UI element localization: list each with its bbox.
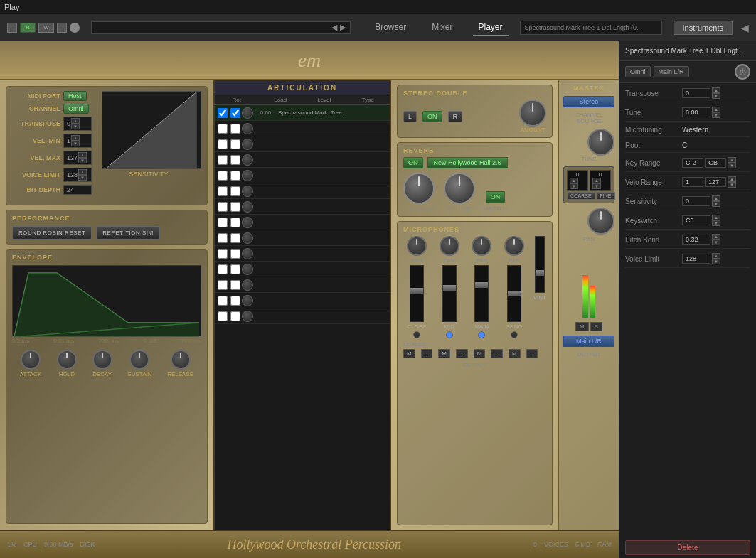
artic-rot-13[interactable]: [218, 311, 228, 321]
close-fader[interactable]: [410, 288, 423, 294]
artic-load-1[interactable]: [230, 124, 240, 134]
mic-m-btn-7[interactable]: ...: [526, 349, 538, 358]
artic-load-3[interactable]: [230, 155, 240, 165]
sidebar-circle-icon[interactable]: ⏻: [735, 64, 750, 80]
vel-max-input[interactable]: 127 ▲ ▼: [63, 151, 92, 165]
coarse-down[interactable]: ▼: [570, 183, 578, 189]
instruments-button[interactable]: Instruments: [674, 21, 733, 35]
sidebar-delete-btn[interactable]: Delete: [625, 540, 750, 555]
artic-rot-9[interactable]: [218, 249, 228, 259]
artic-knob-2[interactable]: [242, 139, 253, 150]
voice-limit-spinner[interactable]: ▲ ▼: [78, 169, 87, 181]
stereo-on-btn[interactable]: ON: [422, 111, 442, 122]
master-s-btn[interactable]: S: [590, 322, 602, 331]
transpose-param-up[interactable]: ▲: [712, 87, 720, 93]
artic-knob-6[interactable]: [242, 201, 253, 213]
voice-limit-input[interactable]: 128 ▲ ▼: [63, 168, 92, 182]
artic-rot-1[interactable]: [218, 124, 228, 134]
param-transpose-input[interactable]: [682, 88, 710, 98]
master-main-lr-btn[interactable]: Main L/R: [563, 336, 614, 347]
srnd-dot[interactable]: [511, 331, 518, 338]
stereo-l-btn[interactable]: L: [403, 111, 417, 122]
voice-limit-sidebar-up[interactable]: ▲: [712, 253, 720, 259]
sidebar-omni-btn[interactable]: Omni: [625, 66, 651, 77]
stereo-r-btn[interactable]: R: [448, 111, 463, 122]
artic-rot-12[interactable]: [218, 296, 228, 306]
tune-coarse-val[interactable]: 0 ▲ ▼: [567, 170, 588, 191]
pre-delay-knob[interactable]: [403, 173, 435, 204]
mic-m-btn-0[interactable]: M: [403, 349, 415, 358]
artic-rot-6[interactable]: [218, 202, 228, 212]
transpose-down[interactable]: ▼: [71, 124, 80, 129]
close-pan-knob[interactable]: [407, 236, 427, 256]
param-tune-input[interactable]: [682, 107, 710, 117]
mic-m-btn-6[interactable]: M: [509, 349, 521, 358]
artic-load-13[interactable]: [230, 311, 240, 321]
artic-load-0[interactable]: [230, 108, 240, 118]
keyswitch-up[interactable]: ▲: [712, 215, 720, 220]
param-velo-range-low[interactable]: [682, 177, 703, 187]
velo-range-down[interactable]: ▼: [728, 182, 736, 188]
reverb-volume-knob[interactable]: [444, 173, 475, 204]
vel-min-up[interactable]: ▲: [71, 135, 80, 141]
keyswitch-down[interactable]: ▼: [712, 220, 720, 226]
vel-min-spinner[interactable]: ▲ ▼: [71, 135, 80, 146]
mic-m-btn-2[interactable]: M: [438, 349, 450, 358]
artic-load-8[interactable]: [230, 233, 240, 243]
vel-max-spinner[interactable]: ▲ ▼: [78, 152, 87, 163]
reverb-master-on-btn[interactable]: ON: [486, 191, 506, 203]
artic-rot-2[interactable]: [218, 139, 228, 149]
velo-range-up[interactable]: ▲: [728, 176, 736, 182]
transpose-param-spinner[interactable]: ▲ ▼: [712, 87, 720, 99]
hold-knob[interactable]: [57, 350, 77, 370]
artic-knob-4[interactable]: [242, 170, 253, 181]
mic-m-btn-4[interactable]: M: [474, 349, 486, 358]
velo-range-spinner[interactable]: ▲ ▼: [728, 176, 736, 188]
close-dot[interactable]: [413, 331, 420, 338]
repetition-sim-btn[interactable]: REPETITION SIM: [96, 226, 159, 240]
mid-dot[interactable]: [446, 331, 453, 338]
pan-knob[interactable]: [587, 208, 614, 235]
pitch-bend-down[interactable]: ▼: [712, 240, 720, 245]
transpose-spinner[interactable]: ▲ ▼: [71, 118, 80, 129]
param-velo-range-high[interactable]: [705, 177, 726, 187]
param-pitch-bend-input[interactable]: [682, 235, 710, 245]
master-stereo-btn[interactable]: Stereo: [563, 96, 614, 107]
artic-load-6[interactable]: [230, 202, 240, 212]
artic-rot-5[interactable]: [218, 186, 228, 196]
tune-fine-val[interactable]: 0 ▲ ▼: [590, 170, 611, 191]
voice-limit-sidebar-spinner[interactable]: ▲ ▼: [712, 253, 720, 264]
artic-load-10[interactable]: [230, 264, 240, 274]
artic-load-4[interactable]: [230, 171, 240, 181]
main-dot[interactable]: [478, 331, 485, 338]
midi-port-btn[interactable]: Host: [63, 91, 87, 101]
tune-param-up[interactable]: ▲: [712, 107, 720, 112]
write-btn[interactable]: W: [38, 23, 54, 33]
artic-rot-8[interactable]: [218, 233, 228, 243]
artic-knob-0[interactable]: [242, 107, 253, 119]
stereo-amount-knob[interactable]: [519, 100, 546, 127]
artic-load-7[interactable]: [230, 218, 240, 227]
release-knob[interactable]: [171, 350, 191, 370]
fine-down[interactable]: ▼: [592, 183, 601, 189]
artic-knob-3[interactable]: [242, 154, 253, 166]
nav-mixer[interactable]: Mixer: [426, 19, 458, 36]
vel-min-input[interactable]: 1 ▲ ▼: [63, 134, 92, 148]
main-pan-knob[interactable]: [472, 236, 491, 256]
tune-knob[interactable]: [587, 129, 614, 156]
mic-m-btn-5[interactable]: ...: [491, 349, 503, 358]
coarse-spinner[interactable]: ▲ ▼: [570, 178, 585, 189]
nav-player[interactable]: Player: [473, 19, 509, 36]
artic-rot-3[interactable]: [218, 155, 228, 165]
keyswitch-spinner[interactable]: ▲ ▼: [712, 215, 720, 226]
key-range-up[interactable]: ▲: [728, 157, 736, 163]
channel-btn[interactable]: Omni: [63, 104, 89, 114]
artic-rot-7[interactable]: [218, 218, 228, 227]
artic-knob-7[interactable]: [242, 217, 253, 228]
transpose-param-down[interactable]: ▼: [712, 93, 720, 99]
artic-knob-8[interactable]: [242, 232, 253, 244]
fine-up[interactable]: ▲: [592, 178, 601, 183]
artic-knob-1[interactable]: [242, 123, 253, 134]
toolbar-icon-3[interactable]: [70, 23, 80, 33]
vint-fader[interactable]: [536, 270, 544, 276]
